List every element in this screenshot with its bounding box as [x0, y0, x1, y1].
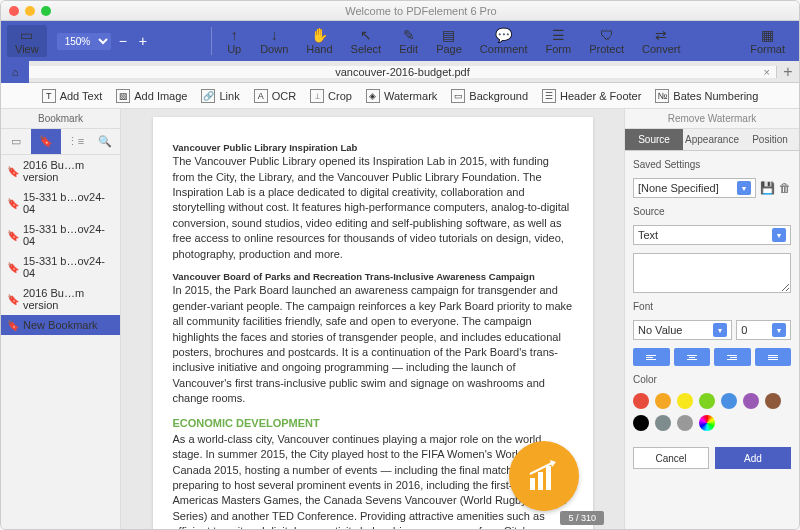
color-swatch[interactable]	[765, 393, 781, 409]
left-panel-tabs: ▭ 🔖 ⋮≡ 🔍	[1, 129, 120, 155]
bookmark-item[interactable]: 🔖2016 Bu…m version	[1, 283, 120, 315]
edit-button[interactable]: ✎Edit	[391, 25, 426, 57]
color-swatch[interactable]	[721, 393, 737, 409]
home-icon: ⌂	[12, 66, 19, 78]
maximize-window[interactable]	[41, 6, 51, 16]
source-label: Source	[633, 206, 791, 217]
right-panel: Remove Watermark Source Appearance Posit…	[624, 109, 799, 530]
outline-tab[interactable]: ⋮≡	[61, 129, 91, 154]
heading: Vancouver Board of Parks and Recreation …	[173, 270, 573, 283]
arrow-down-icon: ↓	[271, 27, 278, 43]
zoom-select[interactable]: 150%	[57, 33, 111, 50]
up-button[interactable]: ↑Up	[218, 25, 250, 57]
watermark-button[interactable]: ◈Watermark	[366, 89, 437, 103]
arrow-up-icon: ↑	[231, 27, 238, 43]
form-icon: ☰	[552, 27, 565, 43]
section-heading: ECONOMIC DEVELOPMENT	[173, 416, 573, 431]
bates-button[interactable]: №Bates Numbering	[655, 89, 758, 103]
document-area[interactable]: Vancouver Public Library Inspiration Lab…	[121, 109, 624, 530]
zoom-group: 150% − +	[57, 33, 151, 50]
cancel-button[interactable]: Cancel	[633, 447, 709, 469]
add-button[interactable]: Add	[715, 447, 791, 469]
ocr-button[interactable]: AOCR	[254, 89, 296, 103]
right-panel-title: Remove Watermark	[625, 109, 799, 129]
svg-rect-0	[530, 478, 535, 490]
home-tab[interactable]: ⌂	[1, 61, 29, 83]
zoom-in[interactable]: +	[135, 33, 151, 49]
color-swatch[interactable]	[655, 415, 671, 431]
color-swatch[interactable]	[743, 393, 759, 409]
tab-source[interactable]: Source	[625, 129, 683, 150]
background-icon: ▭	[451, 89, 465, 103]
view-button[interactable]: ▭View	[7, 25, 47, 57]
source-select[interactable]: Text▾	[633, 225, 791, 245]
page-icon: ▤	[442, 27, 455, 43]
hand-button[interactable]: ✋Hand	[298, 25, 340, 57]
link-button[interactable]: 🔗Link	[201, 89, 239, 103]
save-settings-icon[interactable]: 💾	[760, 181, 775, 195]
comment-icon: 💬	[495, 27, 512, 43]
ocr-icon: A	[254, 89, 268, 103]
bookmark-icon: 🔖	[7, 230, 19, 241]
close-tab[interactable]: ×	[764, 66, 770, 78]
saved-settings-select[interactable]: [None Specified]▾	[633, 178, 756, 198]
view-icon: ▭	[20, 27, 33, 43]
add-image-button[interactable]: ▧Add Image	[116, 89, 187, 103]
window-title: Welcome to PDFelement 6 Pro	[51, 5, 791, 17]
work-area: Bookmark ▭ 🔖 ⋮≡ 🔍 🔖2016 Bu…m version 🔖15…	[1, 109, 799, 530]
search-tab[interactable]: 🔍	[90, 129, 120, 154]
tab-appearance[interactable]: Appearance	[683, 129, 741, 150]
svg-rect-2	[546, 466, 551, 490]
font-select[interactable]: No Value▾	[633, 320, 732, 340]
convert-button[interactable]: ⇄Convert	[634, 25, 689, 57]
color-swatch[interactable]	[655, 393, 671, 409]
color-swatch[interactable]	[699, 393, 715, 409]
align-left[interactable]	[633, 348, 670, 366]
bookmark-item[interactable]: 🔖15-331 b…ov24-04	[1, 219, 120, 251]
saved-settings-label: Saved Settings	[633, 159, 791, 170]
color-swatches	[633, 393, 791, 431]
add-tab[interactable]: +	[777, 63, 799, 81]
close-window[interactable]	[9, 6, 19, 16]
delete-settings-icon[interactable]: 🗑	[779, 181, 791, 195]
color-picker-icon[interactable]	[699, 415, 715, 431]
header-footer-button[interactable]: ☰Header & Footer	[542, 89, 641, 103]
chevron-down-icon: ▾	[713, 323, 727, 337]
zoom-out[interactable]: −	[115, 33, 131, 49]
format-button[interactable]: ▦Format	[742, 25, 793, 57]
bookmark-item[interactable]: 🔖15-331 b…ov24-04	[1, 187, 120, 219]
form-button[interactable]: ☰Form	[538, 25, 580, 57]
tab-position[interactable]: Position	[741, 129, 799, 150]
thumbnails-tab[interactable]: ▭	[1, 129, 31, 154]
color-swatch[interactable]	[633, 415, 649, 431]
align-justify[interactable]	[755, 348, 792, 366]
file-tab[interactable]: vancouver-2016-budget.pdf×	[29, 66, 777, 78]
bookmark-item-new[interactable]: 🔖New Bookmark	[1, 315, 120, 335]
bookmark-icon: 🔖	[7, 198, 19, 209]
background-button[interactable]: ▭Background	[451, 89, 528, 103]
crop-button[interactable]: ⟂Crop	[310, 89, 352, 103]
font-size-input[interactable]: 0▾	[736, 320, 791, 340]
minimize-window[interactable]	[25, 6, 35, 16]
bookmarks-tab[interactable]: 🔖	[31, 129, 61, 154]
protect-button[interactable]: 🛡Protect	[581, 25, 632, 57]
add-text-button[interactable]: TAdd Text	[42, 89, 103, 103]
bookmark-item[interactable]: 🔖2016 Bu…m version	[1, 155, 120, 187]
bookmark-item[interactable]: 🔖15-331 b…ov24-04	[1, 251, 120, 283]
bookmark-icon: 🔖	[7, 262, 19, 273]
titlebar: Welcome to PDFelement 6 Pro	[1, 1, 799, 21]
page-indicator[interactable]: 5 / 310	[560, 511, 604, 525]
comment-button[interactable]: 💬Comment	[472, 25, 536, 57]
down-button[interactable]: ↓Down	[252, 25, 296, 57]
color-swatch[interactable]	[677, 393, 693, 409]
source-text-input[interactable]	[633, 253, 791, 293]
hand-icon: ✋	[311, 27, 328, 43]
color-swatch[interactable]	[677, 415, 693, 431]
align-center[interactable]	[674, 348, 711, 366]
color-swatch[interactable]	[633, 393, 649, 409]
align-right[interactable]	[714, 348, 751, 366]
select-button[interactable]: ↖Select	[343, 25, 390, 57]
page-button[interactable]: ▤Page	[428, 25, 470, 57]
format-icon: ▦	[761, 27, 774, 43]
tab-bar: ⌂ vancouver-2016-budget.pdf× +	[1, 61, 799, 83]
